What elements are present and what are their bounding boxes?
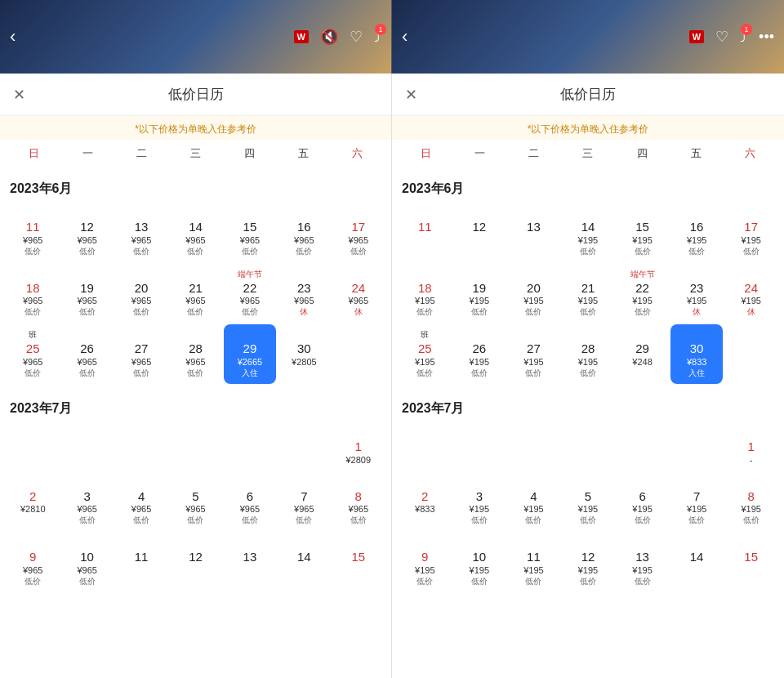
day-cell[interactable]: 17¥965低价 — [332, 203, 385, 262]
day-cell[interactable]: 19¥195低价 — [453, 264, 506, 323]
day-price: ¥195 — [578, 357, 598, 368]
day-cell[interactable]: 端午节22¥195低价 — [616, 264, 669, 323]
day-cell[interactable]: 12¥195低价 — [562, 533, 615, 592]
day-cell[interactable]: 13 — [507, 203, 560, 262]
right-weekday-tue: 二 — [507, 143, 561, 164]
day-cell[interactable]: 11¥965低价 — [7, 203, 59, 262]
day-cell[interactable]: 29¥248 — [616, 324, 669, 384]
day-cell[interactable]: 15¥965低价 — [224, 203, 276, 262]
day-cell[interactable]: 10¥965低价 — [60, 533, 113, 592]
day-cell[interactable]: 2¥833 — [399, 472, 452, 532]
day-cell[interactable]: 1¥2809 — [332, 422, 385, 471]
day-cell[interactable]: 26¥965低价 — [60, 324, 113, 384]
day-cell[interactable]: 17¥195低价 — [724, 203, 777, 262]
day-cell[interactable]: 4¥195低价 — [507, 472, 560, 532]
day-tag: 低价 — [24, 306, 41, 318]
day-cell[interactable]: 14 — [278, 533, 330, 592]
day-price: ¥965 — [240, 235, 260, 246]
day-cell[interactable]: 5¥195低价 — [562, 472, 615, 532]
day-number: 7 — [301, 488, 307, 505]
day-cell[interactable]: 12¥965低价 — [60, 203, 113, 262]
day-cell[interactable]: 15¥195低价 — [616, 203, 669, 262]
share-badge-right: 1 — [741, 24, 752, 35]
day-cell[interactable]: 28¥195低价 — [562, 324, 615, 384]
day-cell[interactable]: 27¥965低价 — [115, 324, 167, 384]
day-cell[interactable]: 21¥195低价 — [562, 264, 615, 323]
day-cell[interactable]: 14 — [670, 533, 724, 592]
share-icon-right[interactable]: ⤴ 1 — [740, 29, 747, 46]
day-cell[interactable]: 4¥965低价 — [115, 472, 167, 532]
day-cell[interactable]: 16¥195低价 — [670, 203, 724, 262]
calendars-container: ✕ 低价日历 *以下价格为单晚入住参考价 日 一 二 三 四 五 六 2023年… — [0, 74, 784, 678]
day-number: 12 — [473, 219, 487, 235]
month-label: 2023年7月 — [7, 394, 385, 422]
share-icon[interactable]: ⤴ 1 — [374, 29, 381, 46]
day-tag: 入住 — [242, 368, 258, 379]
day-cell[interactable]: 11 — [115, 533, 167, 592]
favorite-icon-right[interactable]: ♡ — [715, 28, 728, 46]
day-price: ¥195 — [632, 565, 652, 576]
day-cell[interactable]: 13 — [224, 533, 276, 592]
day-cell[interactable]: 16¥965低价 — [278, 203, 330, 262]
day-cell[interactable]: 1- — [724, 422, 777, 471]
day-cell[interactable]: 6¥965低价 — [224, 472, 276, 532]
day-cell[interactable]: 12 — [169, 533, 221, 592]
day-cell[interactable]: 15 — [724, 533, 777, 592]
day-cell[interactable]: 13¥195低价 — [616, 533, 669, 592]
day-cell[interactable]: 15 — [332, 533, 385, 592]
day-cell[interactable]: 9¥965低价 — [7, 533, 59, 592]
day-cell[interactable]: 18¥195低价 — [399, 264, 452, 323]
day-cell[interactable]: 26¥195低价 — [453, 324, 506, 384]
day-cell[interactable]: 班25¥195低价 — [399, 324, 452, 384]
day-cell[interactable]: 14¥965低价 — [169, 203, 221, 262]
day-cell[interactable]: 27¥195低价 — [507, 324, 560, 384]
days-grid: 1-2¥8333¥195低价4¥195低价5¥195低价6¥195低价7¥195… — [399, 422, 777, 592]
day-cell[interactable]: 班25¥965低价 — [7, 324, 59, 384]
day-cell[interactable]: 7¥965低价 — [278, 472, 330, 532]
day-number: 11 — [527, 549, 541, 565]
day-tag: 低价 — [24, 368, 41, 379]
day-cell[interactable]: 21¥965低价 — [169, 264, 221, 323]
day-price: ¥195 — [470, 357, 489, 368]
left-panel-back-arrow[interactable]: ‹ — [10, 26, 16, 47]
day-cell[interactable]: 5¥965低价 — [169, 472, 221, 532]
day-cell[interactable]: 24¥195休 — [724, 264, 777, 323]
day-cell[interactable]: 24¥965休 — [332, 264, 385, 323]
left-close-button[interactable]: ✕ — [13, 86, 25, 104]
day-tag: 低价 — [24, 576, 41, 587]
day-cell[interactable]: 6¥195低价 — [616, 472, 669, 532]
day-cell[interactable]: 9¥195低价 — [399, 533, 452, 592]
day-cell[interactable]: 3¥195低价 — [453, 472, 506, 532]
right-close-button[interactable]: ✕ — [405, 86, 417, 104]
day-cell[interactable]: 12 — [453, 203, 506, 262]
day-cell[interactable]: 10¥195低价 — [453, 533, 506, 592]
day-cell[interactable]: 18¥965低价 — [7, 264, 59, 323]
day-cell[interactable]: 13¥965低价 — [115, 203, 167, 262]
day-tag: 休 — [300, 306, 308, 318]
day-cell[interactable]: 29¥2665入住 — [224, 324, 276, 384]
day-cell[interactable]: 14¥195低价 — [562, 203, 615, 262]
day-cell[interactable]: 11 — [399, 203, 452, 262]
day-cell[interactable]: 19¥965低价 — [60, 264, 113, 323]
day-cell[interactable]: 端午节22¥965低价 — [224, 264, 276, 323]
day-cell[interactable]: 23¥195休 — [670, 264, 724, 323]
day-cell[interactable]: 30¥2805 — [278, 324, 330, 384]
day-cell[interactable]: 30¥833入住 — [670, 324, 724, 384]
day-cell[interactable]: 8¥195低价 — [724, 472, 777, 532]
left-calendar-panel: ✕ 低价日历 *以下价格为单晚入住参考价 日 一 二 三 四 五 六 2023年… — [0, 74, 392, 678]
day-cell[interactable]: 23¥965休 — [278, 264, 330, 323]
day-cell[interactable]: 3¥965低价 — [60, 472, 113, 532]
day-number: 14 — [581, 219, 595, 235]
day-cell[interactable]: 28¥965低价 — [169, 324, 221, 384]
day-cell[interactable]: 20¥195低价 — [507, 264, 560, 323]
more-icon-right[interactable]: ••• — [759, 29, 774, 46]
favorite-icon[interactable]: ♡ — [350, 28, 363, 46]
day-cell[interactable]: 7¥195低价 — [670, 472, 724, 532]
mute-icon[interactable]: 🔇 — [320, 28, 338, 46]
day-cell[interactable]: 11¥195低价 — [507, 533, 560, 592]
top-bar-left: ‹ W 🔇 ♡ ⤴ 1 — [0, 0, 392, 74]
day-cell[interactable]: 20¥965低价 — [115, 264, 167, 323]
day-cell[interactable]: 8¥965低价 — [332, 472, 385, 532]
right-panel-back-arrow[interactable]: ‹ — [402, 26, 408, 47]
day-cell[interactable]: 2¥2810 — [7, 472, 59, 532]
